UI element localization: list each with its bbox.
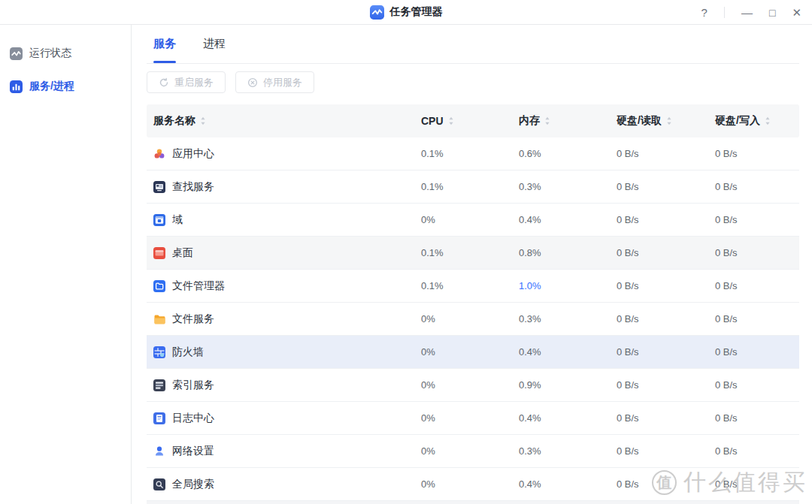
- disk-write-value: 0 B/s: [681, 412, 799, 424]
- sidebar-item-running-status[interactable]: 运行状态: [10, 43, 131, 64]
- firewall-icon: [153, 346, 165, 358]
- task-manager-window: 任务管理器 ? — □ ✕ 运行状态 服务/进程 服务: [0, 0, 812, 504]
- tab-label: 服务: [153, 37, 176, 51]
- service-name: 文件管理器: [172, 279, 225, 293]
- disk-write-value: 0 B/s: [681, 214, 799, 225]
- column-header-service-name[interactable]: 服务名称: [147, 114, 387, 128]
- column-label: 硬盘/读取: [617, 114, 662, 128]
- service-name: 日志中心: [172, 412, 214, 425]
- task-manager-icon: [370, 5, 384, 20]
- sort-icon: [448, 116, 454, 125]
- table-row[interactable]: 域 0% 0.4% 0 B/s 0 B/s: [147, 204, 799, 237]
- cpu-value: 0.1%: [387, 148, 485, 159]
- service-name-cell: 应用中心: [147, 147, 387, 161]
- disk-write-value: 0 B/s: [681, 346, 799, 358]
- table-row[interactable]: 桌面 0.1% 0.8% 0 B/s 0 B/s: [147, 237, 799, 270]
- restart-service-button[interactable]: 重启服务: [147, 71, 226, 93]
- table-row[interactable]: 日志中心 0% 0.4% 0 B/s 0 B/s: [147, 402, 799, 435]
- service-name: 查找服务: [172, 180, 214, 194]
- service-name-cell: 全局搜索: [147, 478, 387, 491]
- sidebar-item-label: 服务/进程: [29, 80, 74, 93]
- table-row[interactable]: 文件服务 0% 0.3% 0 B/s 0 B/s: [147, 303, 799, 336]
- column-header-disk-write[interactable]: 硬盘/写入: [681, 114, 799, 128]
- stop-service-button[interactable]: 停用服务: [235, 71, 314, 93]
- disk-write-value: 0 B/s: [681, 313, 799, 324]
- column-header-disk-read[interactable]: 硬盘/读取: [583, 114, 681, 128]
- cpu-value: 0.1%: [387, 247, 485, 258]
- table-row[interactable]: 网络设置 0% 0.3% 0 B/s 0 B/s: [147, 435, 799, 468]
- tab-processes[interactable]: 进程: [203, 25, 226, 63]
- sidebar-item-label: 运行状态: [29, 47, 71, 60]
- disk-write-value: 0 B/s: [681, 478, 799, 490]
- memory-value: 0.9%: [485, 379, 583, 391]
- service-name: 防火墙: [172, 346, 204, 359]
- sort-icon: [544, 116, 550, 125]
- disk-write-value: 0 B/s: [681, 379, 799, 391]
- service-name-cell: 桌面: [147, 246, 387, 260]
- button-label: 重启服务: [174, 76, 214, 89]
- column-label: CPU: [421, 115, 444, 127]
- service-name: 文件服务: [172, 312, 214, 326]
- memory-value: 0.3%: [485, 181, 583, 192]
- cpu-value: 0.1%: [387, 280, 485, 291]
- column-header-memory[interactable]: 内存: [485, 114, 583, 128]
- tab-label: 进程: [203, 37, 226, 51]
- desktop-icon: [153, 247, 165, 259]
- main-panel: 服务 进程 重启服务 停用服务: [132, 25, 812, 504]
- memory-value: 0.4%: [485, 478, 583, 490]
- cpu-value: 0%: [387, 478, 485, 490]
- window-controls: ? — □ ✕: [701, 0, 801, 25]
- cpu-value: 0%: [387, 214, 485, 225]
- service-name: 全局搜索: [172, 478, 214, 491]
- memory-value: 0.3%: [485, 445, 583, 457]
- service-name-cell: 域: [147, 213, 387, 227]
- minimize-button[interactable]: —: [741, 7, 753, 18]
- controls-divider: [724, 7, 725, 18]
- memory-value: 1.0%: [485, 280, 583, 291]
- stop-icon: [247, 77, 258, 88]
- service-name-cell: 索引服务: [147, 379, 387, 392]
- toolbar: 重启服务 停用服务: [147, 71, 799, 93]
- file-service-icon: [153, 313, 165, 325]
- service-name-cell: 网络设置: [147, 445, 387, 458]
- index-service-icon: [153, 379, 165, 391]
- domain-icon: [153, 214, 165, 226]
- disk-read-value: 0 B/s: [583, 379, 681, 391]
- service-name-cell: 文件服务: [147, 312, 387, 326]
- service-name: 桌面: [172, 246, 193, 260]
- table-row[interactable]: 防火墙 0% 0.4% 0 B/s 0 B/s: [147, 336, 799, 369]
- restart-icon: [159, 77, 169, 88]
- table-row[interactable]: 应用中心 0.1% 0.6% 0 B/s 0 B/s: [147, 137, 799, 171]
- disk-write-value: 0 B/s: [681, 148, 799, 159]
- disk-read-value: 0 B/s: [583, 346, 681, 358]
- bar-chart-icon: [10, 80, 23, 93]
- service-name: 网络设置: [172, 445, 214, 458]
- sort-icon: [666, 116, 672, 125]
- help-button[interactable]: ?: [701, 7, 707, 18]
- memory-value: 0.4%: [485, 412, 583, 424]
- cpu-value: 0%: [387, 379, 485, 391]
- disk-write-value: 0 B/s: [681, 247, 799, 258]
- column-header-cpu[interactable]: CPU: [387, 115, 485, 127]
- table-row[interactable]: 查找服务 0.1% 0.3% 0 B/s 0 B/s: [147, 171, 799, 204]
- table-row[interactable]: 文件管理器 0.1% 1.0% 0 B/s 0 B/s: [147, 270, 799, 303]
- app-center-icon: [153, 148, 165, 160]
- table-row[interactable]: 索引服务 0% 0.9% 0 B/s 0 B/s: [147, 369, 799, 402]
- window-title-group: 任务管理器: [370, 5, 443, 20]
- close-button[interactable]: ✕: [792, 7, 801, 18]
- table-bottom-strip: [147, 501, 799, 504]
- sidebar-item-services-processes[interactable]: 服务/进程: [10, 76, 131, 97]
- cpu-value: 0%: [387, 346, 485, 358]
- services-table: 服务名称 CPU 内存 硬盘/读取: [147, 104, 799, 504]
- disk-read-value: 0 B/s: [583, 214, 681, 225]
- maximize-button[interactable]: □: [769, 8, 775, 18]
- disk-read-value: 0 B/s: [583, 280, 681, 291]
- disk-read-value: 0 B/s: [583, 412, 681, 424]
- cpu-value: 0.1%: [387, 181, 485, 192]
- active-tab-underline: [153, 61, 176, 63]
- sidebar: 运行状态 服务/进程: [0, 25, 132, 504]
- tab-services[interactable]: 服务: [153, 25, 176, 63]
- table-row[interactable]: 全局搜索 0% 0.4% 0 B/s 0 B/s: [147, 468, 799, 501]
- network-settings-icon: [153, 445, 165, 457]
- disk-write-value: 0 B/s: [681, 445, 799, 457]
